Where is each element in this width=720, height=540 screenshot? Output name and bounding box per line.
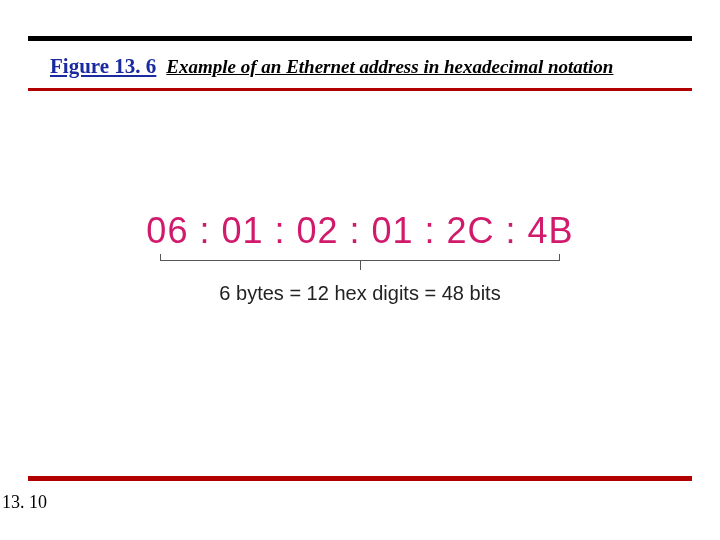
figure-label: Figure 13. 6 (50, 54, 156, 79)
mac-address-display: 06 : 01 : 02 : 01 : 2C : 4B (0, 210, 720, 252)
mac-address-value: 06 : 01 : 02 : 01 : 2C : 4B (146, 210, 573, 252)
figure-title: Example of an Ethernet address in hexade… (166, 56, 613, 78)
page-number: 13. 10 (2, 492, 47, 513)
figure-caption: Figure 13. 6 Example of an Ethernet addr… (50, 54, 690, 79)
mac-span-bracket (0, 260, 720, 282)
caption-underline-rule (28, 88, 692, 91)
bottom-rule (28, 476, 692, 481)
mac-note: 6 bytes = 12 hex digits = 48 bits (0, 282, 720, 305)
top-rule (28, 36, 692, 41)
